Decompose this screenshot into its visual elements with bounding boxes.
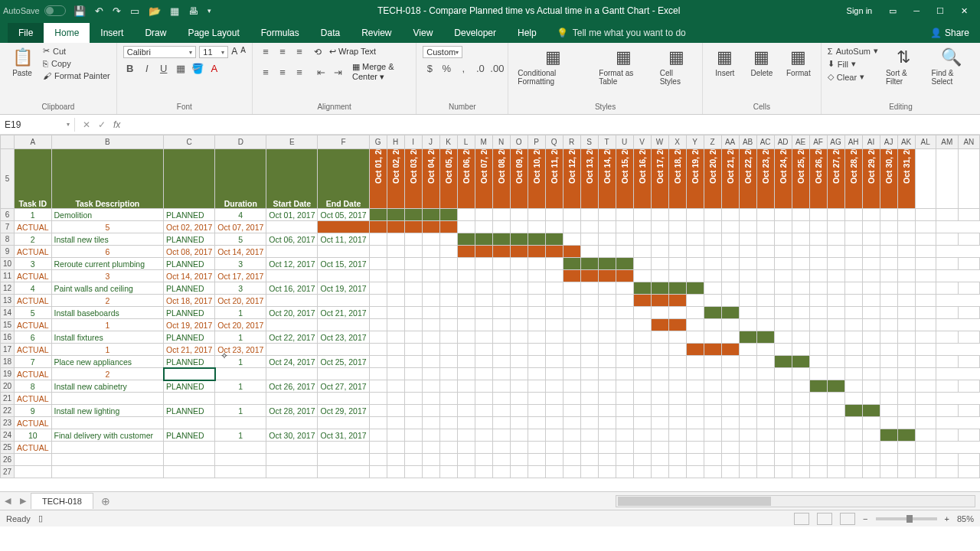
- col-header[interactable]: K: [439, 135, 457, 149]
- maximize-icon[interactable]: ☐: [936, 6, 944, 16]
- find-select-button[interactable]: 🔍Find & Select: [929, 46, 974, 87]
- col-header[interactable]: AF: [809, 135, 827, 149]
- fill-color-icon[interactable]: 🪣: [191, 63, 204, 74]
- view-normal-icon[interactable]: [794, 513, 809, 525]
- align-right-icon[interactable]: ≡: [292, 67, 306, 78]
- col-header[interactable]: N: [492, 135, 510, 149]
- col-header[interactable]: AJ: [880, 135, 897, 149]
- row-header[interactable]: 10: [1, 258, 15, 270]
- font-name-dropdown[interactable]: Calibri▾: [123, 46, 197, 58]
- col-header[interactable]: Z: [704, 135, 721, 149]
- row-header[interactable]: 18: [1, 356, 15, 368]
- format-as-table-button[interactable]: ▦Format as Table: [596, 46, 652, 87]
- row-header[interactable]: 20: [1, 380, 15, 393]
- col-header[interactable]: P: [528, 135, 545, 149]
- tab-home[interactable]: Home: [44, 23, 90, 43]
- row-header[interactable]: 11: [1, 270, 15, 282]
- col-header[interactable]: T: [598, 135, 616, 149]
- copy-button[interactable]: ⎘ Copy: [43, 59, 110, 68]
- tell-me-search[interactable]: 💡 Tell me what you want to do: [557, 23, 686, 43]
- increase-font-icon[interactable]: A: [231, 46, 237, 58]
- row-header[interactable]: 22: [1, 405, 15, 417]
- row-header[interactable]: 19: [1, 368, 15, 380]
- wrap-text-button[interactable]: ↩ Wrap Text: [329, 47, 376, 57]
- zoom-in-icon[interactable]: +: [945, 514, 949, 523]
- autosum-button[interactable]: Σ AutoSum ▾: [828, 46, 878, 56]
- col-header[interactable]: AN: [958, 135, 979, 149]
- currency-icon[interactable]: $: [423, 63, 436, 74]
- indent-decrease-icon[interactable]: ⇤: [314, 67, 328, 78]
- col-header[interactable]: X: [668, 135, 686, 149]
- row-header[interactable]: 27: [1, 466, 15, 478]
- zoom-slider[interactable]: [876, 517, 937, 520]
- cut-button[interactable]: ✂ Cut: [43, 46, 110, 56]
- col-header[interactable]: I: [404, 135, 422, 149]
- row-header[interactable]: 16: [1, 331, 15, 344]
- col-header[interactable]: AE: [792, 135, 809, 149]
- format-cells-button[interactable]: ▦Format: [782, 46, 815, 79]
- indent-increase-icon[interactable]: ⇥: [331, 67, 345, 78]
- tab-data[interactable]: Data: [310, 23, 351, 43]
- col-header[interactable]: AL: [915, 135, 936, 149]
- cancel-formula-icon[interactable]: ✕: [83, 119, 90, 130]
- insert-cells-button[interactable]: ▦Insert: [709, 46, 741, 79]
- sheet-nav-prev-icon[interactable]: ◀: [0, 496, 15, 506]
- tab-view[interactable]: View: [403, 23, 444, 43]
- border-icon[interactable]: ▦: [174, 63, 188, 74]
- align-left-icon[interactable]: ≡: [259, 67, 273, 78]
- row-header[interactable]: 14: [1, 307, 15, 319]
- merge-center-button[interactable]: ▦ Merge & Center ▾: [352, 62, 410, 82]
- sheet-tab[interactable]: TECH-018: [31, 493, 93, 509]
- orientation-icon[interactable]: ⟲: [314, 47, 322, 57]
- undo-icon[interactable]: ↶: [95, 5, 103, 17]
- signin-link[interactable]: Sign in: [847, 6, 873, 15]
- tab-formulas[interactable]: Formulas: [250, 23, 310, 43]
- tab-insert[interactable]: Insert: [90, 23, 134, 43]
- row-header[interactable]: 23: [1, 417, 15, 429]
- view-break-icon[interactable]: [840, 513, 855, 525]
- zoom-level[interactable]: 85%: [957, 514, 974, 523]
- tab-file[interactable]: File: [8, 23, 44, 43]
- row-header[interactable]: 21: [1, 393, 15, 405]
- tab-draw[interactable]: Draw: [134, 23, 177, 43]
- col-header[interactable]: AI: [862, 135, 880, 149]
- row-header[interactable]: 7: [1, 221, 15, 233]
- comma-icon[interactable]: ,: [456, 63, 470, 74]
- align-middle-icon[interactable]: ≡: [276, 46, 289, 57]
- col-header[interactable]: R: [563, 135, 580, 149]
- horizontal-scrollbar[interactable]: [616, 495, 975, 507]
- cell-styles-button[interactable]: ▦Cell Styles: [657, 46, 696, 87]
- row-header[interactable]: 12: [1, 282, 15, 295]
- new-icon[interactable]: ▭: [130, 5, 139, 17]
- name-box[interactable]: E19▾: [0, 118, 75, 132]
- minimize-icon[interactable]: ─: [913, 6, 920, 15]
- enter-formula-icon[interactable]: ✓: [98, 119, 106, 130]
- close-icon[interactable]: ✕: [961, 6, 968, 16]
- col-header[interactable]: AC: [756, 135, 774, 149]
- col-header[interactable]: C: [164, 135, 215, 149]
- tab-page-layout[interactable]: Page Layout: [177, 23, 250, 43]
- col-header[interactable]: O: [510, 135, 528, 149]
- view-layout-icon[interactable]: [817, 513, 832, 525]
- number-format-dropdown[interactable]: Custom▾: [423, 46, 462, 58]
- col-header[interactable]: B: [51, 135, 164, 149]
- italic-icon[interactable]: I: [140, 63, 154, 74]
- conditional-formatting-button[interactable]: ▦Conditional Formatting: [514, 46, 591, 87]
- col-header[interactable]: E: [266, 135, 318, 149]
- macro-record-icon[interactable]: ▯: [38, 514, 43, 523]
- col-header[interactable]: V: [633, 135, 651, 149]
- row-header[interactable]: 6: [1, 209, 15, 221]
- col-header[interactable]: AB: [739, 135, 756, 149]
- col-header[interactable]: M: [475, 135, 492, 149]
- col-header[interactable]: W: [651, 135, 668, 149]
- add-sheet-icon[interactable]: ⊕: [93, 495, 118, 507]
- row-header[interactable]: 9: [1, 246, 15, 258]
- inc-decimal-icon[interactable]: .0: [473, 63, 487, 74]
- col-header[interactable]: A: [15, 135, 51, 149]
- col-header[interactable]: AM: [936, 135, 958, 149]
- print-preview-icon[interactable]: ▦: [170, 5, 179, 17]
- row-header[interactable]: 15: [1, 319, 15, 331]
- font-color-icon[interactable]: A: [207, 63, 221, 74]
- zoom-out-icon[interactable]: −: [863, 514, 867, 523]
- col-header[interactable]: AA: [721, 135, 739, 149]
